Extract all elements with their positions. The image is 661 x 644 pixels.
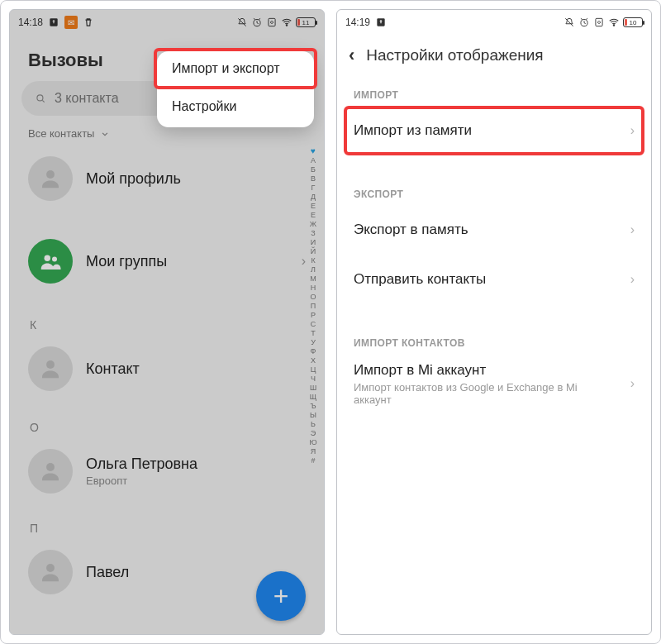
alpha-index-letter[interactable]: Я (311, 447, 316, 456)
setting-label: Импорт в Mi аккаунт (354, 362, 593, 379)
svg-point-3 (286, 25, 288, 26)
section-header: К (10, 307, 324, 335)
alpha-index-letter[interactable]: Ь (311, 420, 316, 428)
overflow-menu: Импорт и экспорт Настройки (157, 51, 314, 127)
alpha-index-letter[interactable]: Л (311, 265, 316, 274)
wifi-icon (608, 17, 620, 28)
status-time: 14:18 (18, 17, 43, 28)
svg-point-10 (46, 564, 55, 572)
svg-point-7 (52, 257, 57, 262)
phone-right-settings: 14:19 10 ‹ Настройки отображения ИМПОРТ … (336, 9, 652, 635)
alpha-index-letter[interactable]: Ф (311, 347, 316, 355)
my-groups-row[interactable]: Мои группы › (10, 227, 324, 295)
alpha-index-letter[interactable]: Н (311, 284, 316, 292)
alpha-index-letter[interactable]: Д (311, 193, 316, 201)
section-import-label: ИМПОРТ (337, 81, 651, 106)
back-button[interactable]: ‹ (349, 45, 354, 66)
contact-subtitle: Евроопт (86, 475, 197, 487)
chevron-right-icon: › (630, 123, 635, 138)
menu-settings[interactable]: Настройки (157, 86, 314, 127)
setting-label: Отправить контакты (354, 271, 486, 288)
section-import-contacts-label: ИМПОРТ КОНТАКТОВ (337, 304, 651, 354)
setting-label: Экспорт в память (354, 222, 468, 238)
alpha-index-letter[interactable]: Ч (311, 374, 316, 383)
my-profile-row[interactable]: Мой профиль (10, 145, 324, 212)
alpha-index-letter[interactable]: З (311, 229, 315, 237)
battery-indicator: 10 (623, 17, 643, 27)
alpha-index-letter[interactable]: М (310, 274, 316, 283)
alpha-index-letter[interactable]: Ц (311, 365, 316, 374)
section-export-label: ЭКСПОРТ (337, 155, 651, 205)
export-to-memory[interactable]: Экспорт в память › (337, 205, 651, 255)
nosim-icon (593, 17, 605, 28)
alpha-index-letter[interactable]: Б (311, 165, 316, 174)
alarm-icon (251, 17, 263, 28)
plus-icon: + (273, 581, 289, 612)
alpha-index-letter[interactable]: Г (311, 184, 316, 192)
page-title: Настройки отображения (366, 46, 543, 64)
alpha-index-letter[interactable]: Ю (309, 438, 316, 446)
dnd-icon (236, 17, 248, 28)
alpha-index-letter[interactable]: П (311, 302, 316, 310)
import-mi-account[interactable]: Импорт в Mi аккаунт Импорт контактов из … (337, 354, 651, 413)
chevron-down-icon (99, 128, 111, 140)
alpha-index-letter[interactable]: В (311, 174, 316, 183)
alpha-index-letter[interactable]: Щ (310, 393, 316, 401)
alpha-index-letter[interactable]: Э (311, 429, 316, 437)
contact-row[interactable]: Ольга Петровна Евроопт (10, 437, 324, 505)
contact-name: Ольга Петровна (86, 456, 197, 473)
svg-point-9 (46, 463, 55, 471)
alpha-index-letter[interactable]: К (311, 256, 315, 265)
alpha-index-letter[interactable]: О (310, 293, 316, 301)
contact-name: Павел (86, 564, 129, 581)
contact-name: Контакт (86, 360, 140, 378)
alphabet-index[interactable]: ♥ АБВГДЕЕЖЗИЙКЛМНОПРСТУФХЦЧШЩЪЫЬЭЮЯ# (307, 145, 319, 634)
alpha-index-letter[interactable]: С (311, 320, 316, 328)
app-icon: ✉ (64, 16, 78, 29)
avatar-placeholder-icon (28, 449, 73, 494)
alpha-index-letter[interactable]: Е (311, 202, 316, 210)
alpha-index-letter[interactable]: Е (311, 211, 316, 219)
svg-rect-13 (596, 18, 602, 26)
alpha-index-letter[interactable]: # (311, 456, 315, 465)
alpha-index-letter[interactable]: Ы (310, 411, 316, 419)
alpha-index-letter[interactable]: А (311, 156, 316, 165)
groups-icon (28, 239, 73, 284)
status-bar: 14:18 ✉ 11 (10, 10, 324, 33)
avatar-placeholder-icon (28, 346, 73, 391)
alpha-index-letter[interactable]: У (311, 338, 316, 346)
svg-point-6 (45, 255, 51, 262)
contacts-list: Мой профиль Мои группы › К Контакт О Оль… (10, 145, 324, 634)
alpha-index-letter[interactable]: Т (311, 329, 316, 337)
alpha-index-letter[interactable]: Ъ (310, 402, 316, 410)
add-contact-fab[interactable]: + (256, 571, 306, 621)
settings-header: ‹ Настройки отображения (337, 33, 651, 81)
contact-row[interactable]: Контакт (10, 335, 324, 403)
svg-point-14 (613, 25, 615, 26)
filter-label: Все контакты (28, 127, 94, 140)
alpha-index-letter[interactable]: И (311, 238, 316, 246)
trash-icon (83, 17, 94, 28)
svg-point-5 (46, 170, 55, 179)
import-from-memory[interactable]: Импорт из памяти › (337, 106, 651, 155)
avatar-placeholder-icon (28, 550, 73, 594)
chevron-right-icon: › (302, 254, 306, 269)
phone-left-contacts: 14:18 ✉ 11 Вызовы 3 контакта Все контакт… (9, 9, 325, 635)
alarm-icon (578, 17, 590, 28)
setting-subtitle: Импорт контактов из Google и Exchange в … (354, 381, 593, 406)
menu-import-export[interactable]: Импорт и экспорт (154, 48, 317, 89)
nosim-icon (266, 17, 278, 28)
alpha-index-letter[interactable]: Й (311, 247, 316, 255)
alpha-index-letter[interactable]: Х (311, 356, 316, 365)
status-bar: 14:19 10 (337, 10, 651, 33)
alpha-index-letter[interactable]: Р (311, 311, 316, 319)
chevron-right-icon: › (630, 272, 635, 287)
upload-icon (48, 17, 59, 28)
section-header: О (10, 409, 324, 437)
my-profile-label: Мой профиль (86, 170, 181, 188)
alpha-index-letter[interactable]: Ж (310, 220, 316, 228)
svg-point-4 (37, 95, 43, 101)
alpha-index-letter[interactable]: Ш (310, 384, 316, 392)
chevron-right-icon: › (630, 376, 635, 391)
send-contacts[interactable]: Отправить контакты › (337, 255, 651, 304)
